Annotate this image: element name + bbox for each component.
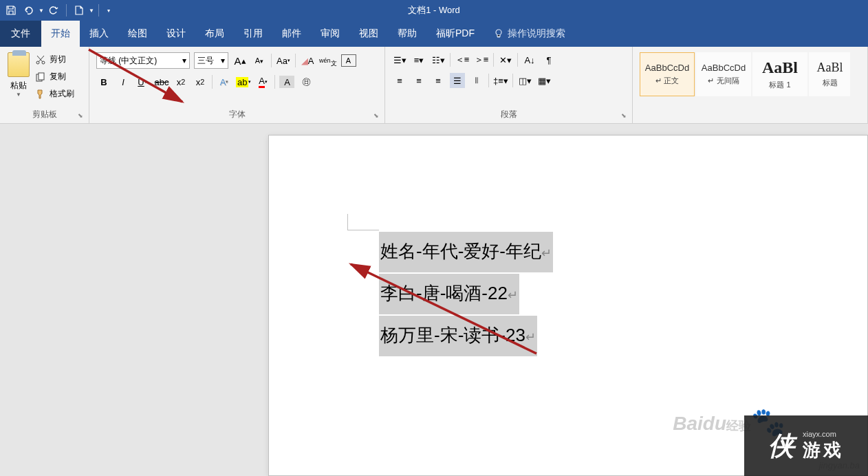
style-no-spacing[interactable]: AaBbCcDd ↵ 无间隔 <box>696 52 751 96</box>
tab-home[interactable]: 开始 <box>41 21 80 47</box>
bullets-button[interactable]: ☰▾ <box>392 52 407 67</box>
qat-customize-icon[interactable]: ▾ <box>107 8 110 14</box>
tell-me-search[interactable]: 操作说明搜索 <box>484 21 575 47</box>
distribute-button[interactable]: ⫴ <box>469 73 484 88</box>
paragraph-mark-icon: ↵ <box>541 246 552 260</box>
shrink-font-button[interactable]: A▾ <box>252 53 267 68</box>
tab-draw[interactable]: 绘图 <box>118 21 157 47</box>
paragraph-launcher[interactable]: ⬊ <box>621 112 631 122</box>
line-spacing-button[interactable]: ‡≡▾ <box>493 73 508 88</box>
paste-dropdown-icon[interactable]: ▼ <box>16 91 21 98</box>
svg-rect-4 <box>39 73 44 80</box>
tab-foxit-pdf[interactable]: 福昕PDF <box>426 21 484 47</box>
style-heading1[interactable]: AaBl 标题 1 <box>752 52 807 96</box>
text-effects-button[interactable]: A▾ <box>217 74 232 89</box>
font-label: 字体 <box>94 107 380 123</box>
italic-button[interactable]: I <box>116 74 131 89</box>
doc-line-2[interactable]: 李白-唐-喝酒-22↵ <box>379 274 519 314</box>
tab-mailings[interactable]: 邮件 <box>272 21 311 47</box>
clipboard-launcher[interactable]: ⬊ <box>78 112 87 122</box>
ribbon: 粘贴 ▼ 剪切 复制 格式刷 剪贴板 ⬊ <box>0 47 868 124</box>
font-launcher[interactable]: ⬊ <box>373 112 383 122</box>
workspace: 姓名-年代-爱好-年纪↵ 李白-唐-喝酒-22↵ 杨万里-宋-读书-23↵ Ba… <box>0 124 868 476</box>
ribbon-tabs: 文件 开始 插入 绘图 设计 布局 引用 邮件 审阅 视图 帮助 福昕PDF 操… <box>0 21 868 47</box>
char-border-button[interactable]: A <box>341 54 356 67</box>
margin-indicator <box>347 214 379 230</box>
tab-review[interactable]: 审阅 <box>311 21 349 47</box>
overlay-url: xiayx.com <box>803 430 844 438</box>
align-left-button[interactable]: ≡ <box>392 73 407 88</box>
copy-icon <box>36 72 45 82</box>
tell-me-label: 操作说明搜索 <box>508 28 565 40</box>
document-area: 姓名-年代-爱好-年纪↵ 李白-唐-喝酒-22↵ 杨万里-宋-读书-23↵ Ba… <box>0 124 868 476</box>
tab-help[interactable]: 帮助 <box>388 21 426 47</box>
window-title: 文档1 - Word <box>408 4 460 17</box>
save-button[interactable] <box>3 2 19 19</box>
phonetic-guide-button[interactable]: wén文 <box>319 53 337 68</box>
decrease-indent-button[interactable]: ＜≡ <box>455 52 470 67</box>
show-marks-button[interactable]: ¶ <box>541 52 556 67</box>
enclose-char-button[interactable]: ㊐ <box>299 74 314 89</box>
numbering-button[interactable]: ≡▾ <box>411 52 426 67</box>
multilevel-button[interactable]: ☷▾ <box>431 52 446 67</box>
font-name-select[interactable]: 等线 (中文正文)▾ <box>96 52 190 69</box>
paragraph-mark-icon: ↵ <box>525 330 536 344</box>
tab-file[interactable]: 文件 <box>0 21 41 47</box>
style-normal[interactable]: AaBbCcDd ↵ 正文 <box>640 52 695 96</box>
highlight-button[interactable]: ab▾ <box>236 74 251 89</box>
clipboard-label: 剪贴板 <box>4 107 85 123</box>
font-size-select[interactable]: 三号▾ <box>194 52 228 69</box>
lightbulb-icon <box>494 29 503 39</box>
paragraph-label: 段落 <box>389 107 628 123</box>
sort-button[interactable]: A↓ <box>522 52 537 67</box>
undo-dropdown-icon[interactable]: ▼ <box>39 8 44 14</box>
redo-button[interactable] <box>45 2 62 19</box>
doc-line-1[interactable]: 姓名-年代-爱好-年纪↵ <box>379 232 553 272</box>
clipboard-group: 粘贴 ▼ 剪切 复制 格式刷 剪贴板 ⬊ <box>0 47 89 123</box>
cut-button[interactable]: 剪切 <box>33 52 77 67</box>
char-shading-button[interactable]: A <box>279 76 294 88</box>
style-heading2[interactable]: AaBl 标题 <box>809 52 850 96</box>
overlay-cn-text: 游戏 <box>803 438 844 462</box>
svg-point-0 <box>496 30 501 35</box>
format-painter-button[interactable]: 格式刷 <box>33 87 77 101</box>
align-right-button[interactable]: ≡ <box>431 73 446 88</box>
tab-insert[interactable]: 插入 <box>80 21 118 47</box>
increase-indent-button[interactable]: ＞≡ <box>474 52 489 67</box>
chevron-down-icon: ▾ <box>221 56 225 65</box>
chevron-down-icon: ▾ <box>182 56 186 65</box>
paste-icon <box>8 52 30 77</box>
underline-button[interactable]: U▾ <box>135 74 150 89</box>
tab-references[interactable]: 引用 <box>234 21 272 47</box>
font-group: 等线 (中文正文)▾ 三号▾ A▴ A▾ Aa▾ ◢A wén文 A B I U… <box>89 47 385 123</box>
align-center-button[interactable]: ≡ <box>411 73 426 88</box>
superscript-button[interactable]: x2 <box>193 74 208 89</box>
brush-icon <box>36 89 45 99</box>
justify-button[interactable]: ☰ <box>450 73 465 88</box>
paste-button[interactable]: 粘贴 ▼ <box>4 50 33 107</box>
text-direction-button[interactable]: ✕▾ <box>498 52 513 67</box>
change-case-button[interactable]: Aa▾ <box>276 53 291 68</box>
tab-layout[interactable]: 布局 <box>195 21 234 47</box>
paragraph-mark-icon: ↵ <box>508 288 518 302</box>
tab-design[interactable]: 设计 <box>157 21 195 47</box>
font-color-button[interactable]: A▾ <box>255 74 270 89</box>
paragraph-group: ☰▾ ≡▾ ☷▾ ＜≡ ＞≡ ✕▾ A↓ ¶ ≡ ≡ ≡ ☰ ⫴ ‡≡▾ <box>385 47 633 123</box>
overlay-watermark: 侠 xiayx.com 游戏 <box>744 415 868 476</box>
undo-button[interactable] <box>21 2 37 19</box>
title-bar: ▼ ▼ ▾ 文档1 - Word <box>0 0 868 21</box>
grow-font-button[interactable]: A▴ <box>232 53 248 68</box>
subscript-button[interactable]: x2 <box>173 74 188 89</box>
shading-button[interactable]: ◫▾ <box>517 73 532 88</box>
tab-view[interactable]: 视图 <box>349 21 388 47</box>
borders-button[interactable]: ▦▾ <box>536 73 552 88</box>
doc-line-3[interactable]: 杨万里-宋-读书-23↵ <box>379 316 537 356</box>
bold-button[interactable]: B <box>96 74 111 89</box>
new-dropdown-icon[interactable]: ▼ <box>89 8 94 14</box>
style-gallery: AaBbCcDd ↵ 正文 AaBbCcDd ↵ 无间隔 AaBl 标题 1 A… <box>637 50 853 123</box>
strikethrough-button[interactable]: abc <box>154 74 169 89</box>
styles-group: AaBbCcDd ↵ 正文 AaBbCcDd ↵ 无间隔 AaBl 标题 1 A… <box>633 47 868 123</box>
clear-format-button[interactable]: ◢A <box>300 53 315 68</box>
new-document-button[interactable] <box>71 2 87 19</box>
copy-button[interactable]: 复制 <box>33 69 77 84</box>
